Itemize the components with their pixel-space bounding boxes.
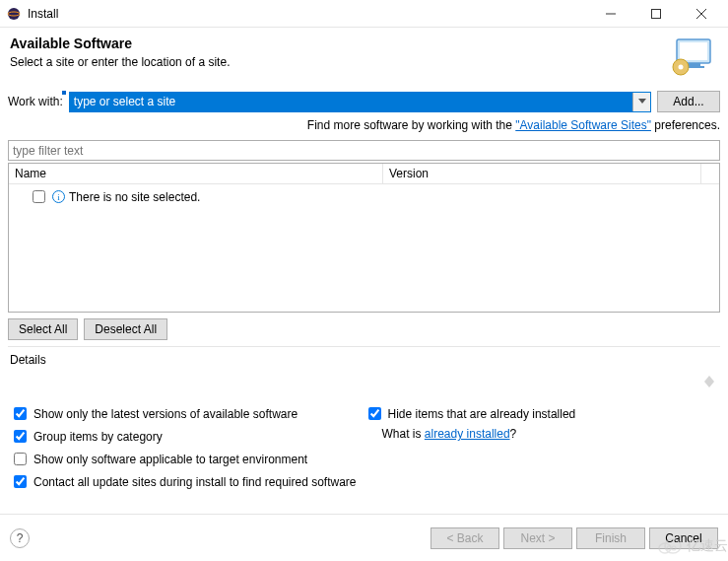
tree-header: Name Version xyxy=(9,164,719,184)
svg-marker-16 xyxy=(704,382,714,387)
opt-latest-checkbox[interactable] xyxy=(14,407,27,420)
opt-group-checkbox[interactable] xyxy=(14,430,27,443)
wizard-footer: ? < Back Next > Finish Cancel xyxy=(0,514,728,561)
help-button[interactable]: ? xyxy=(10,528,30,548)
whatis-text: What is already installed? xyxy=(364,425,719,443)
details-label: Details xyxy=(8,351,720,371)
already-installed-link[interactable]: already installed xyxy=(425,427,510,441)
svg-point-0 xyxy=(8,8,20,20)
add-button[interactable]: Add... xyxy=(657,91,720,112)
svg-point-11 xyxy=(679,65,684,70)
window-title: Install xyxy=(28,7,58,21)
deselect-all-button[interactable]: Deselect All xyxy=(84,318,167,340)
opt-applicable-checkbox[interactable] xyxy=(14,453,27,465)
eclipse-icon xyxy=(6,6,22,22)
cancel-button[interactable]: Cancel xyxy=(649,527,718,549)
row-checkbox[interactable] xyxy=(33,190,45,203)
select-all-button[interactable]: Select All xyxy=(8,318,78,340)
available-sites-link[interactable]: "Available Software Sites" xyxy=(515,118,651,132)
work-with-label: Work with: xyxy=(8,95,63,108)
info-icon: i xyxy=(52,190,65,203)
next-button[interactable]: Next > xyxy=(503,527,572,549)
title-bar: Install xyxy=(0,0,728,28)
svg-rect-3 xyxy=(652,9,661,18)
work-with-combo[interactable] xyxy=(69,92,651,112)
finish-button[interactable]: Finish xyxy=(576,527,645,549)
column-version[interactable]: Version xyxy=(383,164,701,183)
details-spinner[interactable] xyxy=(704,371,718,392)
filter-input[interactable] xyxy=(8,140,720,161)
svg-marker-12 xyxy=(638,99,646,104)
opt-latest-label: Show only the latest versions of availab… xyxy=(33,407,298,421)
details-body xyxy=(8,371,720,398)
opt-applicable-label: Show only software applicable to target … xyxy=(33,453,307,466)
svg-text:i: i xyxy=(57,192,60,202)
close-button[interactable] xyxy=(679,0,724,28)
back-button[interactable]: < Back xyxy=(430,527,499,549)
install-wizard-icon xyxy=(669,35,716,77)
minimize-button[interactable] xyxy=(588,0,633,28)
opt-contact-checkbox[interactable] xyxy=(14,475,27,488)
software-tree[interactable]: Name Version i There is no site selected… xyxy=(8,163,720,313)
opt-hide-label: Hide items that are already installed xyxy=(388,407,576,421)
page-subtitle: Select a site or enter the location of a… xyxy=(10,55,669,69)
opt-contact-label: Contact all update sites during install … xyxy=(33,475,357,489)
maximize-button[interactable] xyxy=(633,0,679,28)
svg-rect-7 xyxy=(680,42,707,60)
tree-empty-row: i There is no site selected. xyxy=(9,186,719,207)
page-title: Available Software xyxy=(10,35,669,51)
opt-hide-checkbox[interactable] xyxy=(368,407,381,420)
empty-message: There is no site selected. xyxy=(69,190,200,204)
combo-dropdown-button[interactable] xyxy=(632,93,650,111)
column-name[interactable]: Name xyxy=(9,164,383,183)
opt-group-label: Group items by category xyxy=(33,430,163,444)
find-more-text: Find more software by working with the "… xyxy=(8,116,720,140)
work-with-input[interactable] xyxy=(70,93,632,111)
wizard-header: Available Software Select a site or ente… xyxy=(0,28,728,87)
